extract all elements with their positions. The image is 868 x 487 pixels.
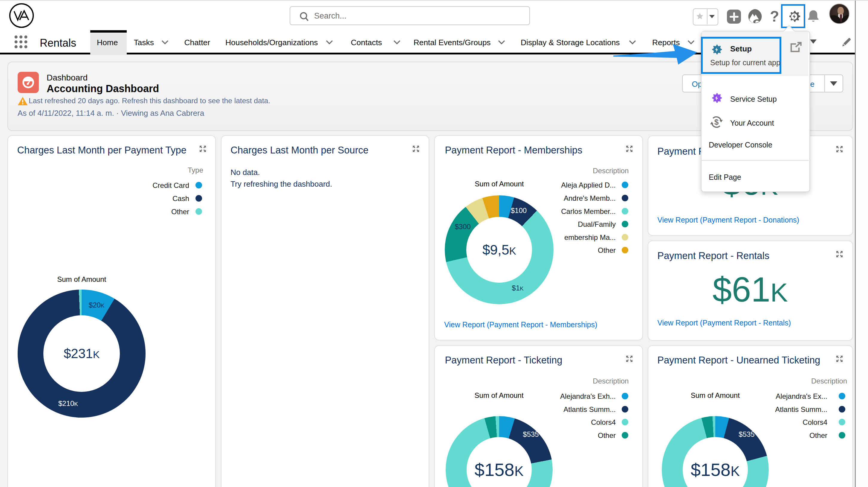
svg-text:$: $ [714, 118, 719, 126]
